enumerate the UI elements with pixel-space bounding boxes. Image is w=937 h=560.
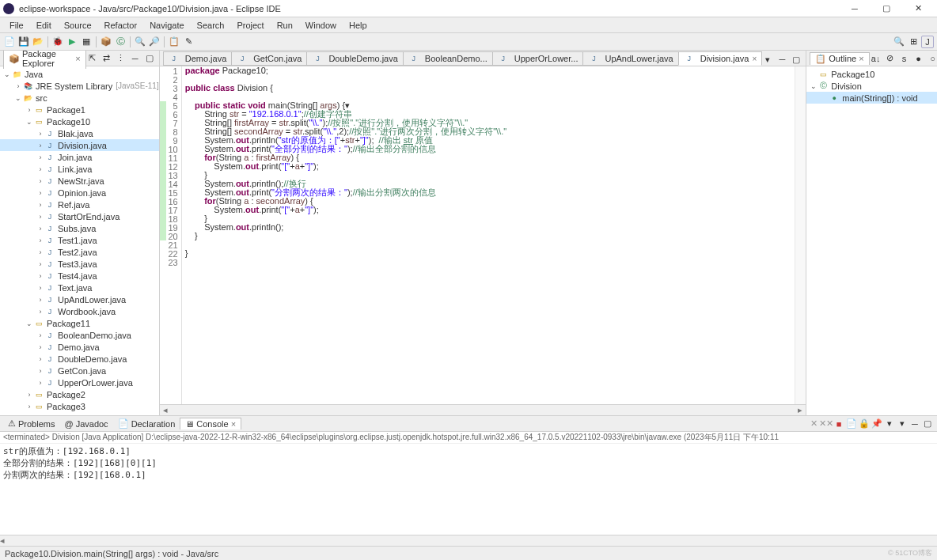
java-perspective-icon[interactable]: J — [921, 36, 934, 48]
src-folder[interactable]: ⌄📂src — [0, 92, 159, 104]
expand-icon[interactable]: › — [36, 201, 44, 209]
minimize-view-icon[interactable]: ─ — [129, 52, 142, 65]
expand-icon[interactable]: › — [36, 296, 44, 304]
remove-all-icon[interactable]: ✕✕ — [820, 418, 833, 430]
close-button[interactable]: ✕ — [902, 0, 934, 17]
link-editor-icon[interactable]: ⇄ — [101, 52, 113, 65]
overview-ruler[interactable] — [795, 66, 806, 404]
file-Wordbook[interactable]: ›JWordbook.java — [0, 305, 159, 317]
scroll-left-icon[interactable]: ◂ — [160, 405, 171, 415]
view-menu-icon[interactable]: ⋮ — [115, 52, 127, 65]
editor-tab-UpAndLowerjava[interactable]: JUpAndLower.java — [582, 51, 678, 66]
menu-window[interactable]: Window — [299, 19, 343, 32]
file-StartOrEnd[interactable]: ›JStartOrEnd.java — [0, 210, 159, 222]
expand-icon[interactable]: › — [36, 189, 44, 197]
menu-help[interactable]: Help — [343, 19, 374, 32]
expand-icon[interactable]: › — [36, 153, 44, 161]
outline-tab[interactable]: 📋 Outline × — [810, 52, 869, 65]
expand-icon[interactable]: › — [36, 260, 44, 268]
bottom-tab-problems[interactable]: ⚠Problems — [3, 418, 59, 429]
menu-file[interactable]: File — [3, 19, 30, 32]
code-editor[interactable]: package Package10;public class Division … — [182, 66, 795, 404]
expand-icon[interactable]: › — [36, 177, 44, 185]
jre-library[interactable]: ›📚JRE System Library[JavaSE-11] — [0, 80, 159, 92]
file-Subs[interactable]: ›JSubs.java — [0, 222, 159, 234]
bottom-tab-declaration[interactable]: 📄Declaration — [113, 418, 180, 429]
hide-fields-icon[interactable]: ⊘ — [884, 52, 897, 65]
file-BooleanDemo[interactable]: ›JBooleanDemo.java — [0, 329, 159, 341]
expand-icon[interactable]: › — [36, 284, 44, 292]
outline-package-item[interactable]: ▭ Package10 — [806, 68, 937, 80]
scroll-left-icon[interactable]: ◂ — [0, 535, 5, 545]
hide-nonpublic-icon[interactable]: ● — [912, 52, 925, 65]
toggle-breadcrumb-icon[interactable]: 📋 — [168, 36, 180, 48]
file-Test1[interactable]: ›JTest1.java — [0, 234, 159, 246]
expand-icon[interactable]: › — [36, 367, 44, 375]
file-Join[interactable]: ›JJoin.java — [0, 151, 159, 163]
editor-tab-Demojava[interactable]: JDemo.java — [163, 51, 233, 66]
open-type-icon[interactable]: 🔍 — [134, 36, 146, 48]
coverage-icon[interactable]: ▦ — [80, 36, 93, 48]
expand-icon[interactable]: › — [36, 225, 44, 233]
expand-icon[interactable]: › — [25, 106, 33, 114]
project-java[interactable]: ⌄📁Java — [0, 68, 159, 80]
expand-icon[interactable]: › — [36, 272, 44, 280]
expand-icon[interactable]: › — [36, 379, 44, 387]
new-class-icon[interactable]: Ⓒ — [114, 36, 127, 48]
console-output[interactable]: str的原值为：[192.168.0.1] 全部分割的结果：[192][168]… — [0, 444, 937, 535]
expand-icon[interactable]: ⌄ — [3, 70, 11, 78]
menu-search[interactable]: Search — [191, 19, 231, 32]
run-icon[interactable]: ▶ — [66, 36, 78, 48]
maximize-button[interactable]: ▢ — [871, 0, 902, 17]
expand-icon[interactable]: › — [36, 142, 44, 149]
file-Opinion[interactable]: ›JOpinion.java — [0, 187, 159, 199]
quick-access-icon[interactable]: 🔍 — [893, 36, 905, 48]
expand-icon[interactable]: › — [36, 355, 44, 363]
menu-refactor[interactable]: Refactor — [98, 19, 144, 32]
close-icon[interactable]: × — [75, 54, 80, 63]
open-perspective-icon[interactable]: ⊞ — [907, 36, 920, 48]
mark-occurrences-icon[interactable]: ✎ — [182, 36, 195, 48]
editor-tab-DoubleDemojava[interactable]: JDoubleDemo.java — [306, 51, 403, 66]
file-Ref[interactable]: ›JRef.java — [0, 199, 159, 210]
minimize-editor-icon[interactable]: ─ — [776, 53, 788, 66]
maximize-editor-icon[interactable]: ▢ — [790, 53, 802, 66]
close-icon[interactable]: × — [859, 54, 863, 63]
close-icon[interactable]: × — [231, 419, 236, 429]
expand-icon[interactable]: › — [36, 236, 44, 244]
minimize-view-icon[interactable]: ─ — [909, 418, 921, 430]
file-Text[interactable]: ›JText.java — [0, 282, 159, 293]
expand-icon[interactable]: › — [36, 343, 44, 351]
new-icon[interactable]: 📄 — [3, 36, 16, 48]
file-Test2[interactable]: ›JTest2.java — [0, 246, 159, 258]
file-Test3[interactable]: ›JTest3.java — [0, 258, 159, 270]
file-Link[interactable]: ›JLink.java — [0, 163, 159, 175]
expand-icon[interactable]: › — [36, 165, 44, 173]
minimize-button[interactable]: ─ — [839, 0, 871, 17]
terminate-icon[interactable]: ■ — [833, 418, 845, 430]
expand-icon[interactable]: › — [36, 331, 44, 339]
open-console-icon[interactable]: ▾ — [896, 418, 909, 430]
file-UpAndLower[interactable]: ›JUpAndLower.java — [0, 293, 159, 305]
file-Blak[interactable]: ›JBlak.java — [0, 127, 159, 139]
expand-icon[interactable]: › — [25, 391, 33, 399]
file-DoubleDemo[interactable]: ›JDoubleDemo.java — [0, 353, 159, 365]
clear-console-icon[interactable]: 📄 — [845, 418, 858, 430]
search-icon[interactable]: 🔎 — [148, 36, 161, 48]
scroll-lock-icon[interactable]: 🔒 — [858, 418, 871, 430]
expand-icon[interactable]: ⌄ — [14, 94, 22, 102]
editor-horizontal-scrollbar[interactable]: ◂ ▸ — [160, 404, 806, 415]
file-UpperOrLower[interactable]: ›JUpperOrLower.java — [0, 376, 159, 388]
expand-icon[interactable]: › — [36, 248, 44, 256]
bottom-tab-javadoc[interactable]: @Javadoc — [59, 418, 112, 429]
new-package-icon[interactable]: 📦 — [100, 36, 112, 48]
editor-tab-BooleanDemo[interactable]: JBooleanDemo... — [403, 51, 493, 66]
menu-project[interactable]: Project — [230, 19, 270, 32]
hide-local-icon[interactable]: ○ — [927, 52, 937, 65]
package-1[interactable]: ›▭Package1 — [0, 104, 159, 115]
explorer-tree[interactable]: ⌄📁Java›📚JRE System Library[JavaSE-11]⌄📂s… — [0, 66, 159, 415]
expand-icon[interactable]: ⌄ — [810, 82, 818, 90]
file-NewStr[interactable]: ›JNewStr.java — [0, 175, 159, 187]
package-Package2[interactable]: ›▭Package2 — [0, 388, 159, 400]
editor-tab-Divisionjava[interactable]: JDivision.java× — [678, 51, 763, 66]
